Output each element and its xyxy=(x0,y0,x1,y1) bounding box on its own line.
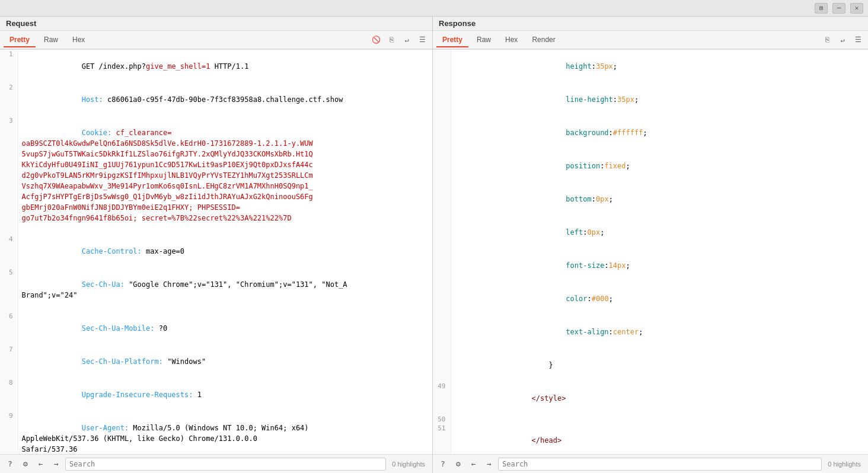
code-token: height xyxy=(515,62,592,71)
code-token: 14px xyxy=(609,261,626,270)
code-token: background xyxy=(515,129,609,137)
table-row: font-size:14px; xyxy=(433,249,868,282)
tab-hex-request[interactable]: Hex xyxy=(66,33,91,47)
code-token: : xyxy=(609,129,613,137)
settings-icon[interactable]: ⚙ xyxy=(19,458,32,471)
code-token: Sec-Ch-Ua: xyxy=(82,280,129,289)
newline-response-icon[interactable]: ↵ xyxy=(836,33,849,46)
response-search-input[interactable] xyxy=(498,458,822,471)
code-line: } xyxy=(451,349,868,382)
tab-pretty-request[interactable]: Pretty xyxy=(4,33,36,47)
table-row: 5 Sec-Ch-Ua: "Google Chrome";v="131", "C… xyxy=(0,268,432,312)
request-panel-title: Request xyxy=(0,17,432,31)
code-line: font-size:14px; xyxy=(451,249,868,282)
request-bottom-panel: ? ⚙ ← → 0 highlights xyxy=(0,458,432,471)
line-number: 49 xyxy=(433,382,451,415)
line-number xyxy=(433,315,451,349)
code-token: bottom xyxy=(515,195,592,203)
code-token: } xyxy=(515,361,553,369)
code-line: line-height:35px; xyxy=(451,83,868,116)
back-icon[interactable]: ← xyxy=(34,458,47,471)
tile-button[interactable]: ⊞ xyxy=(815,3,828,14)
response-tabs-bar: Pretty Raw Hex Render ⎘ ↵ ☰ xyxy=(433,31,868,50)
tab-pretty-response[interactable]: Pretty xyxy=(436,33,468,47)
code-token: Mozilla/5.0 (Windows NT 10.0; Win64; x64… xyxy=(22,424,309,453)
code-token: "Windows" xyxy=(167,357,206,366)
code-token: : xyxy=(592,62,596,71)
line-number: 5 xyxy=(0,268,18,312)
copy-icon[interactable]: ⎘ xyxy=(385,33,398,46)
code-token: : xyxy=(604,261,608,270)
response-bottom-bar: ? ⚙ ← → 0 highlights xyxy=(433,454,868,473)
table-row: color:#000; xyxy=(433,282,868,315)
response-panel-title: Response xyxy=(433,17,868,31)
code-token: 35px xyxy=(617,95,634,104)
code-token: 0px xyxy=(587,228,600,237)
menu-icon[interactable]: ☰ xyxy=(416,33,429,46)
code-token: Sec-Ch-Ua-Mobile: xyxy=(82,324,159,333)
code-token: "Google Chrome";v="131", "Chromium";v="1… xyxy=(22,280,347,299)
forward-response-icon[interactable]: → xyxy=(483,458,496,471)
line-number: 51 xyxy=(433,424,451,454)
code-line: Cache-Control: max-age=0 xyxy=(18,235,432,268)
line-number xyxy=(433,349,451,382)
code-token: cf_clearance= oaB9SCZT0l4kGwdwPelQn6Ia6N… xyxy=(22,129,313,222)
newline-icon[interactable]: ↵ xyxy=(400,33,413,46)
menu-response-icon[interactable]: ☰ xyxy=(851,33,864,46)
response-bottom-panel: ? ⚙ ← → 0 highlights xyxy=(433,458,868,471)
request-bottom-bar: ? ⚙ ← → 0 highlights xyxy=(0,454,432,473)
line-number xyxy=(433,149,451,183)
tab-hex-response[interactable]: Hex xyxy=(499,33,524,47)
tab-render-response[interactable]: Render xyxy=(526,33,561,47)
response-content: height:35px; line-height:35px; xyxy=(433,50,868,454)
main-layout: Request Pretty Raw Hex 🚫 ⎘ ↵ ☰ 1 GET /in… xyxy=(0,17,868,473)
code-line: Upgrade-Insecure-Requests: 1 xyxy=(18,378,432,411)
line-number: 4 xyxy=(0,235,18,268)
code-token: : xyxy=(613,95,617,104)
code-line: </head> xyxy=(451,424,868,454)
code-line: position:fixed; xyxy=(451,149,868,183)
minimize-button[interactable]: ─ xyxy=(832,3,845,14)
code-line: text-align:center; xyxy=(451,315,868,349)
code-token: line-height xyxy=(515,95,613,104)
line-number: 2 xyxy=(0,83,18,116)
line-number: 6 xyxy=(0,312,18,345)
tab-raw-response[interactable]: Raw xyxy=(471,33,497,47)
line-number: 3 xyxy=(0,116,18,235)
table-row: height:35px; xyxy=(433,50,868,83)
request-tabs-bar: Pretty Raw Hex 🚫 ⎘ ↵ ☰ xyxy=(0,31,432,50)
code-line: background:#ffffff; xyxy=(451,116,868,149)
table-row: 50 xyxy=(433,415,868,424)
window-bar: ⊞ ─ ✕ xyxy=(0,0,868,17)
back-response-icon[interactable]: ← xyxy=(467,458,480,471)
tab-raw-request[interactable]: Raw xyxy=(38,33,64,47)
table-row: 49 </style> xyxy=(433,382,868,415)
request-content: 1 GET /index.php?give_me_shell=1 HTTP/1.… xyxy=(0,50,432,454)
table-row: background:#ffffff; xyxy=(433,116,868,149)
code-token: Upgrade-Insecure-Requests: xyxy=(82,391,197,399)
table-row: bottom:0px; xyxy=(433,183,868,216)
code-token: #ffffff xyxy=(613,129,643,137)
eye-off-icon[interactable]: 🚫 xyxy=(369,33,382,46)
help-response-icon[interactable]: ? xyxy=(436,458,449,471)
forward-icon[interactable]: → xyxy=(50,458,63,471)
settings-response-icon[interactable]: ⚙ xyxy=(452,458,465,471)
code-line: GET /index.php?give_me_shell=1 HTTP/1.1 xyxy=(18,50,432,83)
code-token: text-align xyxy=(515,328,609,336)
code-token: </head> xyxy=(515,436,561,445)
code-token: ; xyxy=(634,95,639,104)
request-code-table: 1 GET /index.php?give_me_shell=1 HTTP/1.… xyxy=(0,50,432,454)
code-token: : xyxy=(592,195,596,203)
code-token: color xyxy=(515,295,588,303)
code-line: Sec-Ch-Ua-Platform: "Windows" xyxy=(18,345,432,378)
line-number xyxy=(433,282,451,315)
help-icon[interactable]: ? xyxy=(4,458,17,471)
code-token: ; xyxy=(613,62,617,71)
table-row: line-height:35px; xyxy=(433,83,868,116)
code-line: Sec-Ch-Ua: "Google Chrome";v="131", "Chr… xyxy=(18,268,432,312)
close-button[interactable]: ✕ xyxy=(850,3,863,14)
code-token: max-age=0 xyxy=(146,247,184,255)
request-search-input[interactable] xyxy=(65,458,386,471)
copy-response-icon[interactable]: ⎘ xyxy=(821,33,834,46)
code-token: center xyxy=(613,328,639,336)
